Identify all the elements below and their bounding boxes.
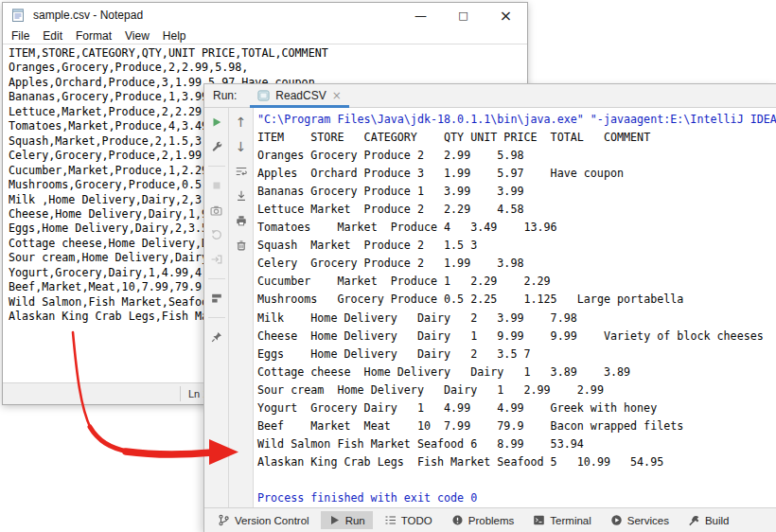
console-line: Celery Grocery Produce 2 1.99 3.98 [257, 255, 776, 273]
console-line [257, 471, 776, 489]
build-icon [688, 514, 700, 526]
run-panel-label: Run: [204, 89, 237, 102]
intellij-run-panel: Run: ReadCSV × [203, 83, 776, 532]
notepad-window-title: sample.csv - Notepad [33, 9, 143, 22]
console-line: Bananas Grocery Produce 1 3.99 3.99 [257, 183, 776, 201]
console-line: Mushrooms Grocery Produce 0.5 2.25 1.125… [257, 291, 776, 309]
console-line: "C:\Program Files\Java\jdk-18.0.1.1\bin\… [257, 111, 776, 129]
console-line: Cottage cheese Home Delivery Dairy 1 3.8… [257, 364, 776, 381]
console-line: Oranges Grocery Produce 2 2.99 5.98 [257, 147, 776, 165]
problems-icon [451, 514, 464, 526]
notepad-menubar: FileEditFormatViewHelp [3, 27, 527, 44]
notepad-app-icon [10, 8, 26, 23]
toolwindow-build[interactable]: Build [680, 511, 737, 529]
toolwindow-label: TODO [401, 515, 432, 526]
console-line: Squash Market Produce 2 1.5 3 [257, 237, 776, 255]
console-line: Yogurt Grocery Dairy 1 4.99 4.99 Greek w… [257, 399, 776, 417]
tab-close-icon[interactable]: × [332, 89, 342, 102]
tab-title: ReadCSV [275, 89, 326, 102]
menu-item[interactable]: Edit [36, 28, 69, 44]
stop-icon[interactable] [209, 178, 224, 193]
console-line: Beef Market Meat 10 7.99 79.9 Bacon wrap… [257, 417, 776, 435]
toolwindow-version-control[interactable]: Version Control [210, 511, 317, 529]
arrow-mid [90, 427, 128, 452]
toolbar-separator [208, 278, 225, 279]
console-line: Lettuce Market Produce 2 2.29 4.58 [257, 201, 776, 219]
console-line: Wild Salmon Fish Market Seafood 6 8.99 5… [257, 435, 776, 453]
console-line: Tomatoes Market Produce 4 3.49 13.96 [257, 219, 776, 237]
thread-dump-camera-icon[interactable] [209, 203, 224, 218]
statusbar-separator [180, 386, 181, 401]
toolwindow-terminal[interactable]: Terminal [525, 511, 598, 529]
console-line: Apples Orchard Produce 3 1.99 5.97 Have … [257, 165, 776, 183]
run-console-output[interactable]: "C:\Program Files\Java\jdk-18.0.1.1\bin\… [254, 108, 776, 507]
up-arrow-icon[interactable]: ↑ [234, 115, 249, 130]
attach-icon[interactable] [209, 252, 224, 267]
minimize-button[interactable]: — [399, 3, 442, 27]
maximize-button[interactable]: □ [442, 3, 485, 27]
toolwindow-label: Problems [468, 515, 515, 526]
console-line: Cheese Home Delivery Dairy 1 9.99 9.99 V… [257, 328, 776, 346]
restart-icon[interactable] [209, 227, 224, 242]
console-line: ITEM STORE CATEGORY QTY UNIT PRICE TOTAL… [257, 129, 776, 147]
toolwindow-services[interactable]: Services [603, 511, 677, 529]
arrow-shaft [126, 452, 212, 454]
soft-wrap-icon[interactable] [234, 164, 249, 179]
console-line: Eggs Home Delivery Dairy 2 3.5 7 [257, 346, 776, 364]
toolwindow-label: Build [705, 515, 730, 526]
edit-configuration-wrench-icon[interactable] [209, 139, 224, 154]
git-branch-icon [218, 514, 230, 526]
run-icon [328, 514, 341, 526]
toolwindow-label: Version Control [235, 515, 309, 526]
pin-tab-icon[interactable] [209, 329, 224, 345]
toolwindow-run[interactable]: Run [321, 511, 373, 529]
menu-item[interactable]: View [118, 28, 156, 44]
print-icon[interactable] [234, 213, 249, 228]
close-button[interactable]: × [485, 3, 527, 27]
notepad-titlebar[interactable]: sample.csv - Notepad — □ × [3, 3, 527, 27]
rerun-icon[interactable] [209, 115, 224, 130]
menu-item[interactable]: Format [69, 28, 118, 44]
terminal-icon [533, 514, 545, 526]
console-line: Alaskan King Crab Legs Fish Market Seafo… [257, 453, 776, 471]
clear-all-trash-icon[interactable] [234, 238, 249, 253]
run-toolbar-secondary: ↑ ↓ [229, 108, 254, 507]
run-toolbar-primary [204, 108, 229, 507]
console-line: Process finished with exit code 0 [257, 489, 776, 507]
menu-item[interactable]: File [5, 28, 36, 44]
todo-icon [384, 514, 397, 526]
menu-item[interactable]: Help [156, 28, 193, 44]
restore-layout-icon[interactable] [209, 291, 224, 306]
console-line: Milk Home Delivery Dairy 2 3.99 7.98 [257, 310, 776, 328]
tool-window-bar: Version Control Run TODO Problems [204, 507, 776, 532]
console-line: Cucumber Market Produce 1 2.29 2.29 [257, 273, 776, 291]
toolwindow-label: Terminal [550, 515, 591, 526]
toolwindow-label: Services [627, 515, 669, 526]
scroll-to-end-icon[interactable] [234, 188, 249, 204]
run-panel-header: Run: ReadCSV × [204, 84, 776, 108]
toolwindow-label: Run [345, 515, 365, 526]
console-tab-icon [257, 89, 270, 102]
down-arrow-icon[interactable]: ↓ [234, 139, 249, 154]
toolwindow-todo[interactable]: TODO [377, 511, 440, 529]
toolbar-separator [208, 166, 225, 167]
services-icon [610, 514, 623, 526]
toolbar-separator [208, 317, 225, 318]
csv-line: Oranges,Grocery,Produce,2,2.99,5.98, [9, 61, 526, 75]
console-line: Sour cream Home Delivery Dairy 1 2.99 2.… [257, 381, 776, 399]
csv-line: ITEM,STORE,CATEGORY,QTY,UNIT PRICE,TOTAL… [9, 46, 526, 61]
tab-readcsv[interactable]: ReadCSV × [250, 84, 348, 107]
toolwindow-problems[interactable]: Problems [444, 511, 522, 529]
